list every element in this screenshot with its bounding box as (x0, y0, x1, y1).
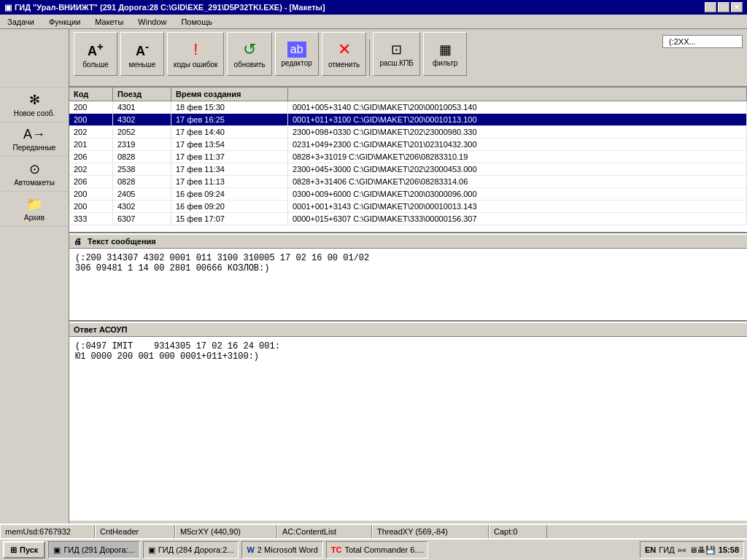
app-icon: ▣ (4, 3, 12, 12)
cell-path: 0300+009+6000 С:\GID\MAKET\200\03000096.… (288, 188, 747, 200)
table-row[interactable]: 200 2405 16 фев 09:24 0300+009+6000 С:\G… (69, 188, 747, 201)
taskbar-gid291-icon: ▣ (53, 545, 61, 555)
windows-logo: ⊞ (10, 545, 17, 555)
sidebar-item-sent[interactable]: A→ Переданные (0, 122, 69, 157)
cell-path: 0001+011+3100 С:\GID\MAKET\200\00010113.… (288, 114, 747, 125)
automackets-icon: ⊙ (29, 161, 40, 177)
close-button[interactable]: ✕ (731, 2, 743, 12)
cell-path: 0001+001+3143 С:\GID\MAKET\200\00010013.… (288, 201, 747, 212)
sidebar-automackets-label: Автомакеты (14, 179, 55, 187)
btn-filter[interactable]: ▦ фильтр (423, 32, 467, 76)
addr-value[interactable]: (:2XX... (669, 37, 696, 46)
sidebar-item-archive[interactable]: 📁 Архив (0, 192, 69, 227)
lang-indicator[interactable]: EN (645, 545, 656, 554)
table-row[interactable]: 200 4302 16 фев 09:20 0001+001+3143 С:\G… (69, 201, 747, 213)
cancel-icon: ✕ (338, 40, 351, 59)
table-row[interactable]: 206 0828 17 фев 11:37 0828+3+31019 С:\GI… (69, 151, 747, 163)
cell-path: 0828+3+31406 С:\GID\MAKET\206\08283314.0… (288, 176, 747, 187)
more-icon: A+ (88, 40, 104, 59)
cell-poezd: 0828 (113, 176, 171, 187)
cell-kod: 202 (69, 126, 113, 138)
cell-poezd: 4302 (113, 201, 171, 212)
table-row[interactable]: 202 2052 17 фев 14:40 2300+098+0330 С:\G… (69, 126, 747, 139)
message-panel-header: 🖨 Текст сообщения (69, 233, 747, 249)
col-kod[interactable]: Код (69, 88, 113, 101)
printer-icon: 🖨 (74, 237, 82, 246)
col-poezd[interactable]: Поезд (113, 88, 171, 101)
cell-time: 17 фев 14:40 (171, 126, 288, 138)
archive-icon: 📁 (26, 196, 42, 212)
cell-time: 17 фев 11:37 (171, 151, 288, 163)
menu-help[interactable]: Помощь (177, 16, 217, 28)
col-path (288, 88, 747, 101)
cell-kod: 200 (69, 114, 113, 125)
btn-less[interactable]: A- меньше (120, 32, 164, 76)
cell-time: 17 фев 13:54 (171, 139, 288, 150)
maximize-button[interactable]: □ (718, 2, 729, 12)
response-panel-title: Ответ АСОУП (74, 325, 127, 334)
gid-tray-label: ГИД (659, 545, 674, 554)
table-row[interactable]: 200 4302 17 фев 16:25 0001+011+3100 С:\G… (69, 114, 747, 126)
cell-path: 0828+3+31019 С:\GID\MAKET\206\08283310.1… (288, 151, 747, 163)
cell-time: 16 фев 09:24 (171, 188, 288, 200)
status-mem: memUsd:6767932 (0, 525, 95, 538)
table-header: Код Поезд Время создания (69, 88, 747, 101)
filter-icon: ▦ (439, 42, 452, 58)
sidebar-item-new-msg[interactable]: ✻ Новое сооб. (0, 88, 69, 122)
cell-time: 16 фев 09:20 (171, 201, 288, 212)
menu-mackets[interactable]: Макеты (90, 16, 128, 28)
cell-poezd: 2052 (113, 126, 171, 138)
table-row[interactable]: 202 2538 17 фев 11:34 2300+045+3000 С:\G… (69, 163, 747, 176)
error-codes-icon: ! (193, 40, 198, 59)
btn-refresh[interactable]: ↺ обновить (227, 32, 271, 76)
cell-path: 0231+049+2300 С:\GID\MAKET\201\02310432.… (288, 139, 747, 150)
taskbar-gid291[interactable]: ▣ ГИД (291 Дорога:... (48, 541, 139, 559)
menu-window[interactable]: Window (133, 16, 171, 28)
col-time[interactable]: Время создания (171, 88, 288, 101)
taskbar-totalcmd-icon: TC (331, 545, 342, 554)
btn-cancel[interactable]: ✕ отменить (322, 32, 366, 76)
start-label: Пуск (20, 545, 38, 554)
cell-kod: 202 (69, 163, 113, 175)
minimize-button[interactable]: _ (705, 2, 716, 12)
taskbar-totalcmd[interactable]: TC Total Commander 6.... (326, 541, 428, 559)
taskbar-word[interactable]: W 2 Microsoft Word (241, 541, 322, 559)
table-row[interactable]: 201 2319 17 фев 13:54 0231+049+2300 С:\G… (69, 139, 747, 151)
taskbar: ⊞ Пуск ▣ ГИД (291 Дорога:... ▣ ГИД (284 … (0, 538, 747, 560)
cell-path: 0000+015+6307 С:\GID\MAKET\333\00000156.… (288, 213, 747, 225)
editor-icon: ab (287, 42, 306, 58)
cell-poezd: 4302 (113, 114, 171, 125)
table-row[interactable]: 200 4301 18 фев 15:30 0001+005+3140 С:\G… (69, 101, 747, 114)
taskbar-gid284[interactable]: ▣ ГИД (284 Дорога:2... (143, 541, 239, 559)
cell-path: 2300+098+0330 С:\GID\MAKET\202\23000980.… (288, 126, 747, 138)
message-panel-content: (:200 314307 4302 0001 011 3100 310005 1… (69, 249, 747, 322)
cell-poezd: 2538 (113, 163, 171, 175)
sidebar-archive-label: Архив (24, 214, 44, 222)
btn-editor[interactable]: ab редактор (275, 32, 319, 76)
btn-more[interactable]: A+ больше (74, 32, 117, 76)
cell-time: 17 фев 11:13 (171, 176, 288, 187)
cell-time: 17 фев 11:34 (171, 163, 288, 175)
refresh-icon: ↺ (243, 40, 256, 59)
title-bar: ▣ ГИД "Урал-ВНИИЖТ" (291 Дорога:28 С:\GI… (0, 0, 747, 15)
btn-error-codes[interactable]: ! коды ошибок (167, 32, 224, 76)
menu-tasks[interactable]: Задачи (3, 16, 39, 28)
table-row[interactable]: 206 0828 17 фев 11:13 0828+3+31406 С:\GI… (69, 176, 747, 188)
menu-functions[interactable]: Функции (44, 16, 85, 28)
table-body: 200 4301 18 фев 15:30 0001+005+3140 С:\G… (69, 101, 747, 229)
btn-expand-kpb[interactable]: ⊡ расш.КПБ (373, 32, 420, 76)
sidebar-item-automackets[interactable]: ⊙ Автомакеты (0, 157, 69, 192)
cell-kod: 206 (69, 151, 113, 163)
sent-icon: A→ (23, 127, 45, 142)
table-row[interactable]: 333 6307 15 фев 17:07 0000+015+6307 С:\G… (69, 213, 747, 225)
start-button[interactable]: ⊞ Пуск (3, 541, 45, 559)
cell-kod: 200 (69, 188, 113, 200)
cell-poezd: 6307 (113, 213, 171, 225)
sys-tray: EN ГИД »« 🖥🖶💾 15:58 (640, 541, 744, 559)
sidebar-sent-label: Переданные (13, 144, 56, 152)
message-panel-title: Текст сообщения (88, 237, 156, 246)
status-capt: Capt:0 (489, 525, 547, 538)
status-ac: AC:ContentList (277, 525, 372, 538)
expand-kpb-icon: ⊡ (391, 42, 402, 58)
cell-path: 0001+005+3140 С:\GID\MAKET\200\00010053.… (288, 101, 747, 113)
